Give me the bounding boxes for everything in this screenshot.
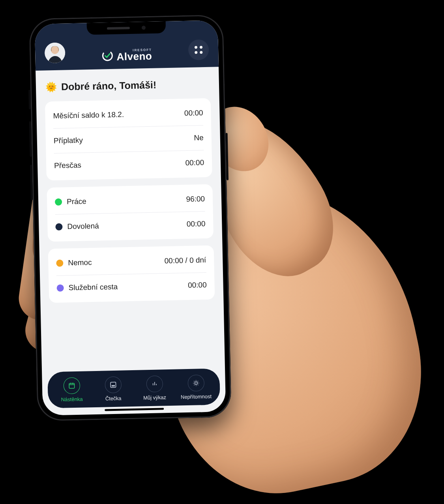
activity-row[interactable]: Dovolená 00:00	[55, 211, 206, 239]
calendar-icon	[63, 377, 80, 394]
nav-reader[interactable]: Čtečka	[92, 376, 134, 401]
greeting: 🌞 Dobré ráno, Tomáši!	[45, 78, 210, 93]
nav-absence[interactable]: Nepřítomnost	[175, 374, 217, 400]
summary-value: 00:00	[184, 109, 203, 118]
phone-frame: IRESOFT Alveno 🌞 Dobré ráno, Tomáši!	[29, 15, 231, 421]
dot-icon	[55, 199, 62, 206]
activity-value: 00:00	[187, 219, 206, 229]
greeting-text: Dobré ráno, Tomáši!	[61, 79, 157, 93]
absence-row[interactable]: Služební cesta 00:00	[56, 272, 207, 300]
activity-label: Dovolená	[67, 222, 99, 231]
avatar[interactable]	[45, 42, 66, 63]
sun-icon: 🌞	[45, 81, 58, 93]
content: 🌞 Dobré ráno, Tomáši! Měsíční saldo k 18…	[36, 67, 225, 369]
logo-mark-icon	[101, 50, 114, 62]
absence-label: Služební cesta	[68, 283, 118, 292]
activity-row[interactable]: Práce 96:00	[54, 187, 205, 214]
bottom-nav: Nástěnka Čtečka Můj výkaz	[47, 368, 220, 408]
absence-value: 00:00	[188, 281, 207, 290]
summary-value: Ne	[194, 133, 204, 142]
absence-row[interactable]: Nemoc 00:00 / 0 dní	[56, 248, 206, 275]
reader-icon	[105, 376, 122, 393]
brand-logo: IRESOFT Alveno	[101, 49, 152, 62]
summary-row[interactable]: Přesčas 00:00	[54, 150, 204, 178]
nav-label: Můj výkaz	[143, 394, 166, 401]
brand-name: Alveno	[116, 51, 152, 62]
apps-icon	[195, 46, 202, 54]
activity-value: 96:00	[186, 195, 205, 204]
chart-icon	[146, 375, 163, 392]
summary-row[interactable]: Příplatky Ne	[53, 125, 204, 153]
summary-row[interactable]: Měsíční saldo k 18.2. 00:00	[53, 101, 203, 128]
apps-button[interactable]	[188, 39, 209, 60]
dot-icon	[56, 285, 64, 292]
absence-card: Nemoc 00:00 / 0 dní Služební cesta 00:00	[48, 245, 215, 303]
activity-card: Práce 96:00 Dovolená 00:00	[47, 184, 214, 242]
activity-label: Práce	[67, 197, 86, 206]
nav-dashboard[interactable]: Nástěnka	[51, 377, 92, 403]
dot-icon	[56, 260, 63, 267]
summary-card: Měsíční saldo k 18.2. 00:00 Příplatky Ne…	[45, 98, 212, 181]
summary-label: Příplatky	[54, 136, 83, 145]
svg-rect-3	[69, 383, 75, 388]
summary-label: Měsíční saldo k 18.2.	[53, 110, 124, 120]
screen: IRESOFT Alveno 🌞 Dobré ráno, Tomáši!	[35, 20, 226, 415]
nav-label: Nástěnka	[61, 396, 82, 402]
svg-rect-5	[112, 385, 114, 386]
absence-value: 00:00 / 0 dní	[164, 256, 206, 265]
dot-icon	[55, 223, 62, 230]
summary-value: 00:00	[185, 158, 204, 167]
nav-report[interactable]: Můj výkaz	[133, 375, 175, 401]
svg-rect-4	[111, 382, 116, 388]
svg-point-6	[195, 382, 197, 384]
absence-label: Nemoc	[68, 258, 92, 267]
home-indicator[interactable]	[105, 408, 164, 411]
nav-label: Nepřítomnost	[181, 393, 212, 400]
summary-label: Přesčas	[54, 161, 81, 170]
nav-label: Čtečka	[105, 395, 122, 401]
sun-icon	[187, 375, 204, 392]
